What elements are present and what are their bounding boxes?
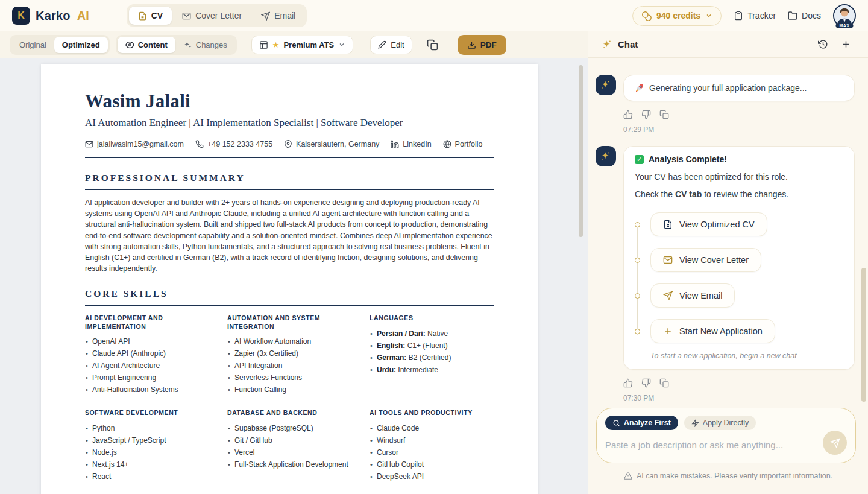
summary-paragraph: AI application developer and builder wit… — [85, 197, 494, 274]
resume-contact-row: jalaliwasim15@gmail.com +49 152 2333 475… — [85, 140, 494, 148]
skill-item: Git / GitHub — [227, 434, 351, 446]
skill-item: Supabase (PostgreSQL) — [227, 422, 351, 434]
tab-cover-letter[interactable]: Cover Letter — [173, 7, 251, 25]
ai-avatar — [596, 146, 616, 166]
timeline-row: Start New Application — [635, 319, 843, 343]
skill-item: React — [85, 470, 209, 483]
thumbs-down-button[interactable] — [641, 110, 651, 119]
timeline-row: View Cover Letter — [635, 248, 843, 272]
document-viewer[interactable]: Wasim Jalali AI Automation Engineer | AI… — [0, 58, 588, 494]
cv-toolbar: Original Optimized Content Changes ★ — [0, 31, 588, 58]
message-line: Your CV has been optimized for this role… — [635, 172, 843, 182]
ai-avatar — [596, 75, 616, 95]
chat-scrollbar[interactable] — [861, 268, 866, 402]
send-icon — [663, 291, 673, 300]
skill-item: Zapier (3x Certified) — [227, 347, 351, 359]
contact-portfolio[interactable]: Portfolio — [443, 140, 483, 148]
chat-message: Generating your full application package… — [596, 75, 855, 101]
chevron-down-icon — [705, 12, 712, 19]
contact-email: jalaliwasim15@gmail.com — [85, 140, 184, 148]
view-cover-letter-button[interactable]: View Cover Letter — [650, 248, 761, 272]
credits-menu[interactable]: 940 credits — [632, 6, 722, 26]
content-mode-label: Content — [138, 40, 168, 49]
skill-item: Serverless Functions — [227, 372, 351, 384]
content-mode-button[interactable]: Content — [118, 37, 175, 53]
history-icon — [818, 39, 828, 49]
message-line: Check the CV tab to review the changes. — [635, 189, 843, 199]
pdf-label: PDF — [480, 40, 497, 49]
chat-message: ✓ Analysis Complete! Your CV has been op… — [596, 146, 855, 370]
message-actions — [623, 378, 855, 388]
brand-name: Karko — [36, 9, 71, 23]
send-icon — [261, 11, 270, 21]
skill-group-heading: AUTOMATION AND SYSTEM INTEGRATION — [227, 314, 351, 331]
skill-group-list: AI Workflow AutomationZapier (3x Certifi… — [227, 335, 351, 396]
apply-directly-button[interactable]: Apply Directly — [684, 416, 756, 430]
skill-group-heading: LANGUAGES — [370, 314, 494, 323]
thumbs-down-button[interactable] — [641, 378, 651, 388]
skill-item: Node.js — [85, 446, 209, 458]
download-pdf-button[interactable]: PDF — [458, 35, 506, 55]
contact-linkedin[interactable]: LinkedIn — [391, 140, 431, 148]
chat-panel: Chat Generating your full application pa… — [588, 31, 868, 494]
skill-item: Full-Stack Application Development — [227, 458, 351, 470]
tab-email-label: Email — [274, 11, 295, 21]
docs-button[interactable]: Docs — [788, 11, 821, 21]
timeline-row: View Optimized CV — [635, 212, 843, 236]
map-pin-icon — [284, 140, 292, 148]
skill-group-list: Persian / Dari: NativeEnglish: C1+ (Flue… — [370, 328, 494, 376]
divider — [85, 157, 494, 158]
changes-mode-button[interactable]: Changes — [175, 37, 235, 53]
skill-item: Vercel — [227, 446, 351, 458]
tracker-label: Tracker — [747, 11, 776, 21]
template-select[interactable]: ★ Premium ATS — [251, 36, 353, 54]
user-avatar[interactable]: MAX — [833, 4, 856, 27]
original-version-button[interactable]: Original — [11, 37, 54, 53]
summary-section-heading: PROFESSIONAL SUMMARY — [85, 173, 494, 183]
sparkles-icon — [602, 39, 612, 50]
avatar-name-badge: MAX — [835, 23, 853, 28]
thumbs-up-button[interactable] — [623, 110, 633, 119]
thumbs-up-button[interactable] — [623, 378, 633, 388]
search-icon — [612, 419, 620, 427]
analyze-first-button[interactable]: Analyze First — [605, 416, 678, 430]
view-email-button[interactable]: View Email — [650, 283, 735, 308]
start-new-application-button[interactable]: Start New Application — [650, 319, 775, 343]
skill-item: Next.js 14+ — [85, 458, 209, 470]
logo-icon: K — [12, 7, 30, 25]
docs-label: Docs — [802, 11, 821, 21]
send-icon — [830, 438, 840, 448]
skill-item: Anti-Hallucination Systems — [85, 384, 209, 396]
timeline-dot-icon — [635, 329, 640, 334]
contact-location: Kaiserslautern, Germany — [284, 140, 379, 148]
optimized-version-button[interactable]: Optimized — [54, 37, 108, 53]
tab-cv[interactable]: CV — [129, 7, 172, 25]
tracker-button[interactable]: Tracker — [734, 11, 776, 21]
copy-document-button[interactable] — [423, 36, 442, 54]
edit-button[interactable]: Edit — [370, 36, 412, 54]
message-timestamp: 07:29 PM — [623, 125, 855, 134]
view-optimized-cv-button[interactable]: View Optimized CV — [650, 212, 767, 236]
chat-history-button[interactable] — [814, 36, 832, 53]
skill-item: Windsurf — [370, 434, 494, 446]
document-icon — [138, 11, 147, 21]
timeline-dot-icon — [635, 258, 640, 263]
document-scrollbar[interactable] — [579, 65, 583, 237]
send-message-button[interactable] — [823, 431, 847, 455]
tab-email[interactable]: Email — [252, 7, 304, 25]
layout-icon — [259, 40, 268, 49]
copy-message-button[interactable] — [659, 378, 669, 388]
chat-messages[interactable]: Generating your full application package… — [588, 58, 868, 408]
skill-group-heading: AI TOOLS AND PRODUCTIVITY — [370, 409, 494, 417]
cv-preview-pane: Original Optimized Content Changes ★ — [0, 31, 588, 494]
message-bubble: ✓ Analysis Complete! Your CV has been op… — [623, 146, 855, 370]
chat-message-input[interactable] — [605, 440, 823, 450]
message-actions — [623, 110, 855, 119]
skill-item: JavaScript / TypeScript — [85, 434, 209, 446]
new-chat-button[interactable] — [837, 36, 855, 53]
changes-mode-label: Changes — [196, 40, 227, 49]
copy-message-button[interactable] — [659, 110, 669, 119]
message-bubble: Generating your full application package… — [623, 75, 855, 101]
skill-item: Prompt Engineering — [85, 372, 209, 384]
pencil-icon — [378, 40, 386, 49]
